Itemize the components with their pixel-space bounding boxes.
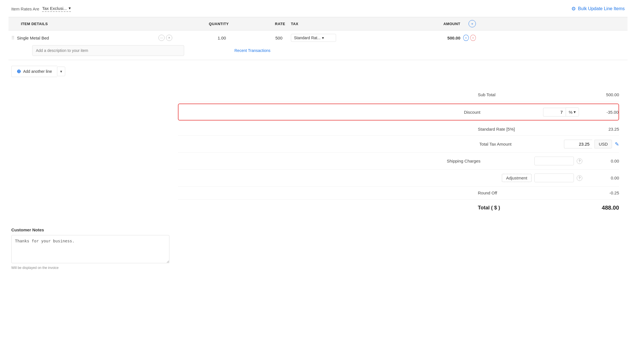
bottom-section: Customer Notes Thanks for your business.… [8,227,628,270]
description-cell [8,45,175,56]
subtotal-label: Sub Total [478,92,563,97]
gear-icon: ⚙ [571,6,576,12]
item-details-cell: ⠿ Single Metal Bed ··· × [8,35,175,41]
bulk-update-button[interactable]: ⚙ Bulk Update Line Items [571,6,625,12]
add-another-line-label: Add another line [23,69,52,74]
shipping-input[interactable] [534,157,574,165]
recent-transactions-text: Recent Transactions [234,48,271,53]
shipping-row: Shipping Charges ? 0.00 [178,153,619,170]
amount-value: 500.00 [447,36,460,40]
total-value: 488.00 [563,205,619,211]
subtotal-value: 500.00 [563,92,619,97]
tax-rates-dropdown[interactable]: Tax Exclusi... ▾ [42,6,71,12]
rate-cell: 500 [232,36,288,40]
discount-type-value: % [569,110,572,115]
add-line-plus-icon: ⊕ [17,68,21,74]
tax-value: Standard Rat... [294,36,321,40]
edit-tax-icon[interactable]: ✎ [615,141,619,147]
recent-transactions-link[interactable]: Recent Transactions [232,45,628,56]
qty-spacer [175,45,232,56]
shipping-question-icon[interactable]: ? [577,158,582,164]
row-plus-icon: + [465,36,467,40]
standard-rate-row: Standard Rate [5%] 23.25 [178,123,619,136]
tax-rates-value: Tax Exclusi... [42,6,67,11]
drag-handle-icon[interactable]: ⠿ [11,35,15,41]
item-close-button[interactable]: × [166,35,172,41]
add-line-dropdown-button[interactable]: ▾ [57,67,65,76]
th-item-details: ITEM DETAILS [8,22,175,26]
add-line-section: ⊕ Add another line ▾ [8,60,628,83]
customer-notes-label: Customer Notes [11,227,169,232]
line-item-section: ⠿ Single Metal Bed ··· × 1.00 [8,30,628,60]
page-wrapper: Item Rates Are Tax Exclusi... ▾ ⚙ Bulk U… [0,0,636,364]
ellipsis-icon: ··· [160,36,163,40]
th-actions: + [463,20,480,27]
add-line-chevron-icon: ▾ [60,69,62,74]
discount-amount-input[interactable] [543,108,566,117]
th-quantity: QUANTITY [175,22,232,26]
total-row: Total ( $ ) 488.00 [178,199,619,216]
row-close-icon: × [472,36,474,40]
tax-chevron-icon: ▾ [322,36,324,40]
discount-row: Discount % ▾ -35.00 [178,104,619,120]
standard-rate-label: Standard Rate [5%] [478,127,563,131]
chevron-down-icon: ▾ [69,6,71,11]
adjustment-input[interactable] [534,174,574,182]
adjustment-label[interactable]: Adjustment [502,174,532,182]
tax-amount-inputs: USD [564,140,612,148]
th-tax: TAX [288,22,407,26]
description-input[interactable] [32,45,184,56]
header-add-button[interactable]: + [469,20,476,27]
shipping-label: Shipping Charges [447,159,532,163]
total-tax-amount-input[interactable] [564,140,592,148]
discount-label: Discount [458,110,543,115]
discount-type-select[interactable]: % ▾ [566,108,579,117]
customer-notes-textarea[interactable]: Thanks for your business. [11,235,169,263]
standard-rate-value: 23.25 [563,127,619,131]
roundoff-label: Round Off [478,190,563,195]
add-another-line-button[interactable]: ⊕ Add another line [11,66,57,77]
row-actions: + × [463,35,480,41]
bulk-update-label: Bulk Update Line Items [578,6,625,11]
item-name: Single Metal Bed [17,36,49,40]
subtotal-row: Sub Total 500.00 [178,88,619,101]
th-rate: RATE [232,22,288,26]
top-bar: Item Rates Are Tax Exclusi... ▾ ⚙ Bulk U… [8,6,628,12]
adjustment-value: 0.00 [585,176,619,180]
quantity-value: 1.00 [218,36,226,40]
discount-chevron-icon: ▾ [574,109,576,115]
shipping-value: 0.00 [585,159,619,163]
adjustment-question-icon[interactable]: ? [577,175,582,181]
close-icon: × [168,36,170,40]
discount-value: -35.00 [585,110,618,115]
row-add-button[interactable]: + [463,35,469,41]
table-header: ITEM DETAILS QUANTITY RATE TAX AMOUNT + [8,17,628,30]
summary-section: Sub Total 500.00 Discount % ▾ -35.00 Sta… [178,88,628,216]
header-plus-icon: + [471,22,473,26]
total-tax-row: Total Tax Amount USD ✎ [178,136,619,153]
line-item-row: ⠿ Single Metal Bed ··· × 1.00 [8,30,628,45]
total-label: Total ( $ ) [478,205,563,211]
tax-cell: Standard Rat... ▾ [288,34,407,42]
tax-rates-section: Item Rates Are Tax Exclusi... ▾ [11,6,71,12]
item-name-col: Single Metal Bed [17,36,156,40]
roundoff-value: -0.25 [563,190,619,195]
customer-notes-section: Customer Notes Thanks for your business.… [11,227,169,270]
tax-currency-label: USD [594,140,612,148]
discount-inputs: % ▾ [543,108,579,117]
quantity-cell: 1.00 [175,36,232,40]
item-ellipsis-button[interactable]: ··· [158,35,165,41]
total-tax-label: Total Tax Amount [479,142,564,146]
tax-rates-label: Item Rates Are [11,6,39,11]
th-amount: AMOUNT [407,22,463,26]
item-actions: ··· × [158,35,172,41]
row-remove-button[interactable]: × [470,35,476,41]
notes-hint: Will be displayed on the invoice [11,266,169,270]
adjustment-row: Adjustment ? 0.00 [178,170,619,187]
rate-value: 500 [275,36,282,40]
tax-dropdown[interactable]: Standard Rat... ▾ [291,34,336,42]
amount-cell: 500.00 [407,36,463,40]
roundoff-row: Round Off -0.25 [178,187,619,199]
